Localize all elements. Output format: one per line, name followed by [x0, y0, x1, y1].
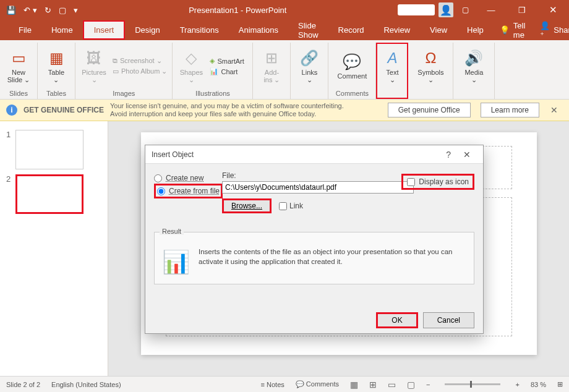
- display-as-icon-checkbox[interactable]: Display as icon: [401, 174, 474, 190]
- links-icon: 🔗: [300, 49, 319, 67]
- insert-object-dialog: Insert Object ? ✕ Create new Create from…: [145, 145, 484, 334]
- photo-album-icon: ▭: [113, 67, 119, 75]
- screenshot-icon: ⧉: [113, 57, 118, 65]
- redo-icon[interactable]: ↻: [45, 6, 51, 15]
- share-icon: 👤⁺: [540, 21, 550, 40]
- link-checkbox[interactable]: Link: [279, 202, 303, 210]
- group-slides: Slides: [5, 90, 32, 99]
- table-button[interactable]: ▦Table ⌄: [43, 49, 70, 83]
- create-from-file-radio[interactable]: Create from file: [157, 187, 220, 195]
- slide-thumb-2[interactable]: 2: [0, 172, 108, 216]
- dialog-close-icon[interactable]: ✕: [457, 150, 477, 160]
- close-window-button[interactable]: ✕: [539, 0, 567, 20]
- new-slide-button[interactable]: ▭New Slide ⌄: [5, 49, 32, 83]
- shapes-icon: ◇: [182, 49, 200, 67]
- result-label: Result: [160, 228, 184, 235]
- browse-button[interactable]: Browse...: [222, 198, 272, 213]
- comment-icon: 💬: [343, 53, 361, 71]
- slide-thumb-1[interactable]: 1: [0, 127, 108, 172]
- text-button[interactable]: AText ⌄: [379, 49, 406, 83]
- dialog-help-icon[interactable]: ?: [440, 150, 457, 160]
- undo-icon[interactable]: ↶ ▾: [24, 6, 37, 15]
- restore-button[interactable]: ❐: [508, 0, 536, 20]
- text-icon: A: [383, 49, 401, 67]
- pictures-button[interactable]: 🖼Pictures ⌄: [80, 49, 108, 83]
- tab-record[interactable]: Record: [328, 22, 374, 38]
- zoom-level[interactable]: 83 %: [531, 381, 546, 388]
- tab-animations[interactable]: Animations: [229, 22, 288, 38]
- window-title: Presentation1 - PowerPoint: [78, 6, 398, 15]
- slide-thumbnails-panel: 1 2: [0, 121, 108, 376]
- symbols-icon: Ω: [421, 49, 440, 67]
- user-name-area: [398, 4, 435, 15]
- group-tables: Tables: [43, 90, 70, 99]
- tab-help[interactable]: Help: [457, 22, 494, 38]
- bulb-icon: 💡: [500, 25, 510, 35]
- fit-to-window-icon[interactable]: ⊞: [557, 380, 563, 388]
- warning-message: Your license isn't genuine, and you may …: [110, 102, 378, 118]
- slide-counter: Slide 2 of 2: [6, 381, 40, 388]
- new-slide-icon: ▭: [9, 49, 28, 67]
- save-icon[interactable]: 💾: [6, 6, 16, 15]
- comments-button[interactable]: 💬 Comments: [296, 380, 339, 388]
- tab-insert[interactable]: Insert: [83, 20, 126, 40]
- links-button[interactable]: 🔗Links ⌄: [296, 49, 323, 83]
- minimize-button[interactable]: —: [477, 0, 505, 20]
- get-genuine-button[interactable]: Get genuine Office: [388, 103, 471, 117]
- reading-view-icon[interactable]: ▭: [388, 380, 396, 390]
- table-icon: ▦: [47, 49, 66, 67]
- addins-icon: ⊞: [262, 49, 281, 67]
- smartart-button[interactable]: ◈SmartArt: [210, 57, 244, 65]
- media-icon: 🔊: [464, 49, 483, 67]
- start-from-beginning-icon[interactable]: ▢: [59, 6, 66, 15]
- group-images: Images: [80, 90, 167, 99]
- ribbon-display-icon[interactable]: ▢: [457, 6, 474, 14]
- group-illustrations: Illustrations: [178, 90, 247, 99]
- screenshot-button[interactable]: ⧉Screenshot ⌄: [113, 57, 167, 65]
- warning-title: GET GENUINE OFFICE: [24, 106, 104, 114]
- photo-album-button[interactable]: ▭Photo Album ⌄: [113, 67, 167, 75]
- chart-icon: 📊: [210, 67, 218, 75]
- group-comments: Comments: [333, 90, 370, 99]
- chart-button[interactable]: 📊Chart: [210, 67, 244, 75]
- tab-view[interactable]: View: [420, 22, 457, 38]
- cancel-button[interactable]: Cancel: [423, 312, 474, 328]
- notes-button[interactable]: ≡ Notes: [261, 381, 284, 388]
- slideshow-view-icon[interactable]: ▢: [407, 380, 415, 390]
- ok-button[interactable]: OK: [376, 312, 417, 328]
- media-button[interactable]: 🔊Media ⌄: [458, 49, 489, 83]
- zoom-slider[interactable]: [445, 383, 500, 385]
- tab-home[interactable]: Home: [41, 22, 83, 38]
- tab-slideshow[interactable]: Slide Show: [288, 17, 328, 43]
- result-text: Inserts the contents of the file as an o…: [199, 247, 466, 278]
- normal-view-icon[interactable]: ▦: [350, 380, 358, 390]
- addins-button[interactable]: ⊞Add- ins ⌄: [258, 49, 285, 83]
- learn-more-button[interactable]: Learn more: [481, 103, 539, 117]
- tab-transitions[interactable]: Transitions: [170, 22, 229, 38]
- user-avatar[interactable]: 👤: [439, 2, 453, 17]
- tab-review[interactable]: Review: [374, 22, 420, 38]
- tell-me[interactable]: 💡Tell me: [494, 21, 532, 40]
- symbols-button[interactable]: ΩSymbols ⌄: [413, 49, 448, 83]
- smartart-icon: ◈: [210, 57, 215, 65]
- tab-design[interactable]: Design: [125, 22, 169, 38]
- zoom-out-icon[interactable]: −: [426, 381, 430, 388]
- file-path-input[interactable]: [222, 181, 414, 194]
- dialog-title: Insert Object: [152, 150, 194, 159]
- pictures-icon: 🖼: [85, 49, 103, 67]
- customize-qat-icon[interactable]: ▾: [74, 6, 78, 15]
- create-new-radio[interactable]: Create new: [154, 174, 223, 182]
- zoom-in-icon[interactable]: +: [515, 381, 519, 388]
- language-status[interactable]: English (United States): [51, 381, 121, 388]
- share-button[interactable]: 👤⁺Share: [531, 21, 569, 40]
- sorter-view-icon[interactable]: ⊞: [369, 380, 377, 390]
- comment-button[interactable]: 💬Comment: [333, 53, 370, 80]
- dismiss-warning-icon[interactable]: ✕: [545, 105, 563, 115]
- tab-file[interactable]: File: [9, 22, 41, 38]
- result-icon: 📊: [162, 247, 190, 278]
- info-icon: i: [6, 104, 17, 116]
- shapes-button[interactable]: ◇Shapes ⌄: [178, 49, 205, 83]
